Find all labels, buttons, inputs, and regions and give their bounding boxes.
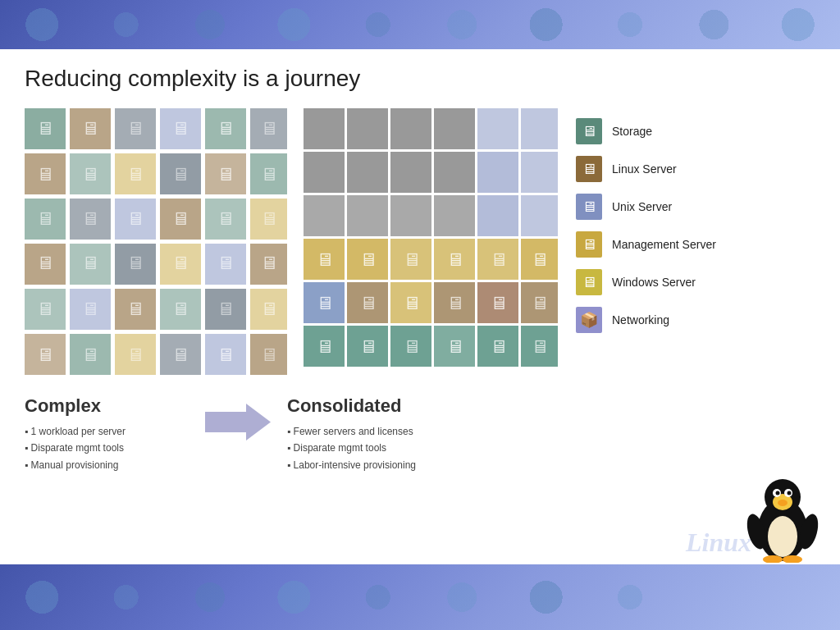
- svg-rect-73: [347, 108, 388, 149]
- page-title: Reducing complexity is a journey: [25, 66, 815, 92]
- svg-text:🖥: 🖥: [359, 249, 377, 270]
- svg-text:🖥: 🖥: [36, 253, 54, 273]
- svg-text:🖥: 🖥: [403, 293, 421, 313]
- svg-text:🖥: 🖥: [582, 236, 596, 253]
- svg-text:🖥: 🖥: [490, 293, 508, 313]
- svg-text:🖥: 🖥: [260, 253, 278, 273]
- bottom-decorative-bar: [0, 564, 840, 630]
- svg-text:🖥: 🖥: [81, 208, 99, 229]
- svg-text:🖥: 🖥: [126, 253, 144, 273]
- svg-rect-89: [521, 195, 558, 236]
- legend-item-mgmt: 🖥 Management Server: [574, 230, 815, 259]
- legend-item-unix: 🖥 Unix Server: [574, 192, 815, 221]
- windows-server-icon: 🖥: [574, 267, 604, 297]
- windows-server-label: Windows Server: [612, 276, 696, 289]
- linux-server-label: Linux Server: [612, 162, 677, 176]
- linux-server-icon: 🖥: [574, 154, 604, 184]
- svg-rect-79: [347, 152, 388, 193]
- arrow-icon: [205, 404, 271, 441]
- svg-text:🖥: 🖥: [81, 253, 99, 273]
- mgmt-server-icon: 🖥: [574, 230, 604, 259]
- svg-text:🖥: 🖥: [359, 336, 377, 357]
- legend-item-windows: 🖥 Windows Server: [574, 267, 815, 297]
- svg-text:🖥: 🖥: [81, 299, 99, 319]
- svg-text:🖥: 🖥: [217, 164, 235, 185]
- networking-label: Networking: [612, 313, 669, 326]
- svg-rect-88: [477, 195, 518, 236]
- svg-text:🖥: 🖥: [217, 299, 235, 319]
- svg-text:🖥: 🖥: [316, 293, 334, 313]
- svg-text:🖥: 🖥: [36, 164, 54, 185]
- svg-rect-72: [304, 108, 345, 149]
- svg-text:🖥: 🖥: [582, 161, 596, 177]
- svg-text:🖥: 🖥: [446, 293, 464, 313]
- svg-text:🖥: 🖥: [81, 345, 99, 365]
- svg-text:🖥: 🖥: [260, 345, 278, 365]
- svg-text:🖥: 🖥: [531, 336, 549, 357]
- svg-marker-138: [205, 404, 271, 441]
- svg-text:🖥: 🖥: [81, 118, 99, 139]
- top-decorative-bar: [0, 0, 840, 49]
- svg-text:🖥: 🖥: [582, 274, 596, 290]
- svg-text:🖥: 🖥: [171, 164, 189, 185]
- svg-text:🖥: 🖥: [126, 118, 144, 139]
- consolidated-list: Fewer servers and licenses Disparate mgm…: [287, 423, 492, 473]
- svg-rect-83: [521, 152, 558, 193]
- svg-text:🖥: 🖥: [217, 345, 235, 365]
- svg-rect-80: [390, 152, 431, 193]
- svg-text:🖥: 🖥: [171, 253, 189, 273]
- svg-text:🖥: 🖥: [217, 253, 235, 273]
- svg-text:🖥: 🖥: [403, 336, 421, 357]
- content-row: 🖥 🖥 🖥 🖥 🖥 🖥 🖥 🖥 🖥 🖥 🖥 🖥 🖥 🖥 🖥 🖥 🖥 🖥 🖥: [25, 108, 815, 379]
- svg-point-140: [768, 516, 797, 557]
- complex-title: Complex: [25, 395, 189, 417]
- networking-icon: 📦: [574, 305, 604, 335]
- legend-item-storage: 🖥 Storage: [574, 116, 815, 146]
- svg-rect-76: [477, 108, 518, 149]
- consolidated-grid-svg: 🖥 🖥 🖥 🖥 🖥 🖥 🖥 🖥 🖥 🖥 🖥 🖥 🖥 🖥 🖥 🖥 🖥 🖥: [304, 108, 558, 379]
- mgmt-server-label: Management Server: [612, 238, 716, 251]
- svg-text:🖥: 🖥: [126, 299, 144, 319]
- svg-rect-75: [434, 108, 475, 149]
- complex-list: 1 workload per server Disparate mgmt too…: [25, 423, 189, 473]
- svg-text:🖥: 🖥: [490, 336, 508, 357]
- svg-text:🖥: 🖥: [36, 299, 54, 319]
- svg-text:🖥: 🖥: [531, 293, 549, 313]
- svg-text:🖥: 🖥: [217, 118, 235, 139]
- svg-text:🖥: 🖥: [403, 249, 421, 270]
- svg-text:🖥: 🖥: [126, 208, 144, 229]
- arrow-container: [189, 395, 287, 441]
- svg-rect-74: [390, 108, 431, 149]
- svg-text:🖥: 🖥: [260, 164, 278, 185]
- svg-text:🖥: 🖥: [446, 249, 464, 270]
- complex-box: Complex 1 workload per server Disparate …: [25, 395, 189, 473]
- svg-text:🖥: 🖥: [36, 345, 54, 365]
- svg-text:🖥: 🖥: [582, 199, 596, 215]
- svg-text:🖥: 🖥: [260, 299, 278, 319]
- svg-rect-81: [434, 152, 475, 193]
- svg-rect-78: [304, 152, 345, 193]
- svg-text:🖥: 🖥: [36, 118, 54, 139]
- svg-text:🖥: 🖥: [171, 118, 189, 139]
- svg-rect-82: [477, 152, 518, 193]
- svg-text:🖥: 🖥: [81, 164, 99, 185]
- consolidated-server-grid: 🖥 🖥 🖥 🖥 🖥 🖥 🖥 🖥 🖥 🖥 🖥 🖥 🖥 🖥 🖥 🖥 🖥 🖥: [304, 108, 558, 379]
- svg-text:🖥: 🖥: [316, 249, 334, 270]
- bottom-section: Complex 1 workload per server Disparate …: [25, 395, 815, 473]
- tux-penguin: [742, 472, 824, 563]
- svg-text:🖥: 🖥: [260, 118, 278, 139]
- svg-text:🖥: 🖥: [217, 208, 235, 229]
- complex-item-3: Manual provisioning: [25, 457, 189, 473]
- svg-text:🖥: 🖥: [171, 208, 189, 229]
- svg-text:🖥: 🖥: [531, 249, 549, 270]
- complex-item-2: Disparate mgmt tools: [25, 440, 189, 456]
- complex-grid-svg: 🖥 🖥 🖥 🖥 🖥 🖥 🖥 🖥 🖥 🖥 🖥 🖥 🖥 🖥 🖥 🖥 🖥 🖥 🖥: [25, 108, 287, 379]
- legend-item-linux: 🖥 Linux Server: [574, 154, 815, 184]
- svg-text:🖥: 🖥: [582, 123, 596, 139]
- svg-text:🖥: 🖥: [126, 164, 144, 185]
- svg-point-145: [776, 491, 780, 495]
- svg-point-147: [778, 500, 788, 506]
- svg-rect-86: [390, 195, 431, 236]
- complex-server-grid: 🖥 🖥 🖥 🖥 🖥 🖥 🖥 🖥 🖥 🖥 🖥 🖥 🖥 🖥 🖥 🖥 🖥 🖥 🖥: [25, 108, 287, 379]
- complex-item-1: 1 workload per server: [25, 423, 189, 440]
